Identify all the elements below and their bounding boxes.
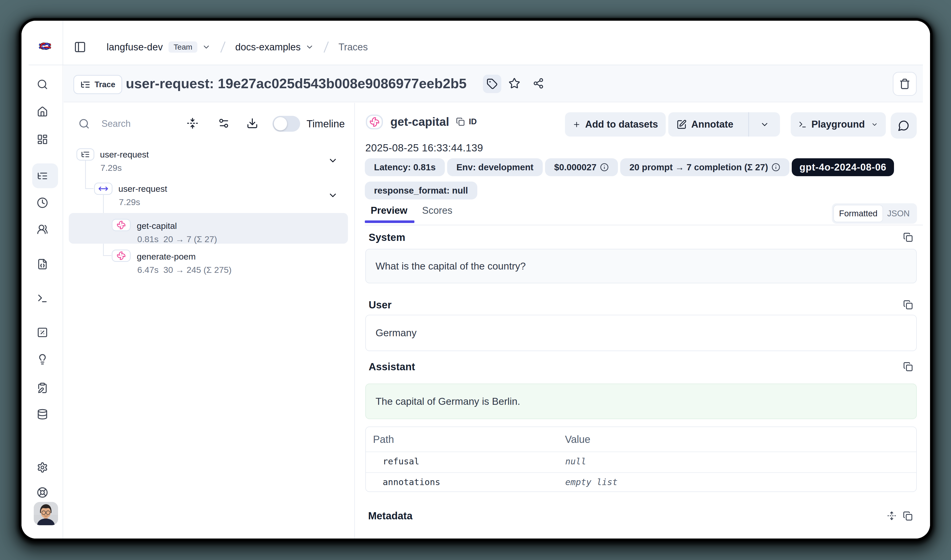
langfuse-knot-icon (38, 42, 51, 50)
trace-node-icon (81, 150, 90, 159)
langfuse-logo[interactable] (22, 42, 63, 50)
metadata-heading: Metadata (368, 510, 412, 522)
tree-node-title[interactable]: get-capital (137, 221, 177, 231)
annotate-button[interactable]: Annotate (668, 119, 748, 130)
assistant-message-text: The capital of Germany is Berlin. (375, 396, 520, 407)
breadcrumb-separator (318, 40, 334, 54)
comments-button[interactable] (891, 112, 917, 138)
trace-icon (80, 80, 91, 90)
collapse-all-button[interactable] (187, 117, 199, 129)
tag-icon (486, 78, 498, 89)
breadcrumb: langfuse-dev Team docs-examples Traces (74, 25, 368, 69)
copy-icon (903, 300, 913, 310)
tree-settings-button[interactable] (218, 117, 229, 129)
node-duration: 0.81s (137, 234, 158, 244)
trash-icon (899, 78, 910, 89)
sidebar-item-search[interactable] (22, 79, 63, 90)
sidebar-toggle-button[interactable] (74, 41, 86, 53)
sidebar-item-sessions[interactable] (22, 197, 63, 208)
chevron-down-icon (760, 120, 769, 129)
collapse-node-chevron[interactable] (328, 155, 338, 166)
org-switcher-chevron-icon[interactable] (202, 43, 211, 51)
sidebar-item-prompts[interactable] (22, 258, 63, 270)
tree-node-title[interactable]: user-request (118, 184, 167, 194)
expand-metadata-button[interactable] (887, 511, 896, 521)
annotate-dropdown-button[interactable] (749, 120, 780, 129)
node-token-usage: 30 → 245 (Σ 275) (163, 265, 232, 275)
system-message-box: What is the capital of the country? (365, 249, 917, 283)
settings-sliders-icon (218, 117, 229, 129)
share-button[interactable] (533, 65, 544, 101)
playground-button[interactable]: Playground (791, 112, 886, 137)
sidebar-item-datasets[interactable] (22, 409, 63, 420)
tree-node-title[interactable]: user-request (100, 149, 149, 160)
fold-vertical-icon (187, 117, 199, 129)
timeline-toggle[interactable] (272, 116, 300, 132)
delete-trace-button[interactable] (893, 72, 917, 96)
bookmark-star-button[interactable] (508, 65, 520, 101)
breadcrumb-section[interactable]: Traces (339, 42, 368, 53)
generation-icon (369, 117, 380, 127)
observation-title: get-capital (390, 109, 449, 134)
cost-badge-label: $0.000027 (554, 162, 596, 172)
sidebar-item-annotation[interactable] (22, 382, 63, 394)
sidebar-item-dashboards[interactable] (22, 134, 63, 145)
sidebar-item-support[interactable] (22, 487, 63, 498)
tree-toolbar: Search Timeline (64, 103, 354, 145)
detail-tabs: Preview Scores (365, 205, 452, 216)
add-to-datasets-label: Add to datasets (585, 119, 658, 130)
format-json-option[interactable]: JSON (883, 209, 914, 218)
observation-timestamp: 2025-08-25 16:33:44.139 (365, 142, 483, 153)
unfold-vertical-icon (887, 511, 896, 520)
table-cell-path: refusal (383, 456, 419, 466)
sidebar-rail (22, 21, 63, 538)
sidebar-item-tracing[interactable] (22, 170, 63, 182)
tree-connector (103, 255, 111, 256)
breadcrumb-org[interactable]: langfuse-dev (106, 42, 163, 53)
sidebar-item-playground[interactable] (22, 293, 63, 304)
add-to-datasets-button[interactable]: Add to datasets (565, 112, 666, 137)
sidebar-item-insights[interactable] (22, 354, 63, 365)
tag-button[interactable] (483, 75, 501, 93)
copy-id-button[interactable]: ID (456, 109, 477, 134)
cost-badge[interactable]: $0.000027 (545, 158, 618, 176)
env-badge: Env: development (447, 158, 542, 176)
model-badge[interactable]: gpt-4o-2024-08-06 (792, 158, 894, 176)
download-icon (246, 117, 258, 129)
chevron-down-icon (871, 120, 878, 129)
sidebar-item-users[interactable] (22, 224, 63, 235)
system-message-text: What is the capital of the country? (375, 261, 526, 272)
user-avatar[interactable] (34, 502, 58, 525)
tree-connector (85, 188, 94, 189)
tokens-badge-label: 20 prompt → 7 completion (Σ 27) (629, 162, 768, 172)
copy-assistant-button[interactable] (903, 362, 913, 372)
generation-node-icon (117, 251, 126, 260)
format-formatted-option[interactable]: Formatted (833, 205, 883, 222)
tab-scores[interactable]: Scores (422, 205, 452, 216)
id-label: ID (469, 117, 477, 126)
breadcrumb-project[interactable]: docs-examples (235, 42, 301, 53)
assistant-message-box: The capital of Germany is Berlin. (365, 383, 917, 419)
section-user-label: User (369, 299, 392, 311)
tree-search-input[interactable]: Search (78, 118, 131, 129)
tree-node-icon-box (94, 183, 112, 195)
sidebar-item-settings[interactable] (22, 462, 63, 473)
sidebar-item-home[interactable] (22, 106, 63, 117)
download-button[interactable] (246, 117, 258, 129)
table-cell-value: null (565, 456, 586, 466)
tab-preview[interactable]: Preview (371, 205, 408, 216)
copy-metadata-button[interactable] (903, 511, 913, 521)
project-switcher-chevron-icon[interactable] (305, 43, 314, 51)
response-format-badge: response_format: null (365, 182, 477, 200)
format-switch: Formatted JSON (832, 203, 917, 224)
observation-badges: Latency: 0.81s Env: development $0.00002… (365, 158, 917, 200)
top-navigation-bar: langfuse-dev Team docs-examples Traces (64, 21, 930, 65)
copy-user-button[interactable] (903, 300, 913, 310)
collapse-node-chevron[interactable] (328, 190, 338, 200)
tokens-badge[interactable]: 20 prompt → 7 completion (Σ 27) (620, 158, 789, 176)
copy-system-button[interactable] (903, 232, 913, 242)
table-cell-path: annotations (383, 477, 440, 487)
tree-node-title[interactable]: generate-poem (137, 252, 196, 262)
tree-node-icon-box (112, 249, 131, 262)
sidebar-item-evaluation[interactable] (22, 327, 63, 338)
